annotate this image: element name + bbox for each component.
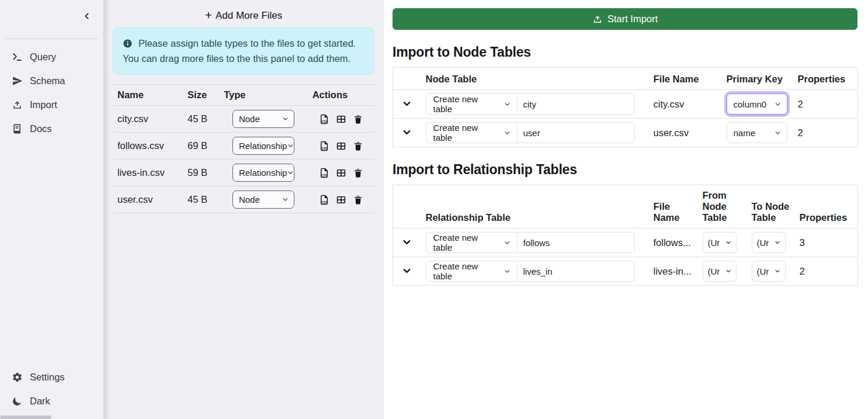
table-mode-select[interactable]: Create new table bbox=[426, 122, 518, 143]
preview-table-icon[interactable] bbox=[336, 141, 346, 151]
expand-col-header bbox=[393, 68, 421, 90]
primary-key-select[interactable]: column0 bbox=[727, 94, 787, 115]
delete-file-icon[interactable] bbox=[353, 114, 363, 124]
gear-icon bbox=[12, 372, 23, 383]
start-import-label: Start Import bbox=[607, 13, 658, 25]
file-size: 45 B bbox=[183, 106, 219, 133]
chevron-down-icon bbox=[504, 239, 511, 247]
file-size: 59 B bbox=[183, 160, 219, 186]
preview-table-icon[interactable] bbox=[336, 195, 346, 205]
chevron-left-icon bbox=[82, 11, 92, 21]
node-import-row-user: Create new table user.csv name 2 bbox=[393, 119, 858, 147]
file-name: user.csv bbox=[113, 186, 183, 213]
sidebar-item-dark-mode[interactable]: Dark bbox=[0, 389, 103, 413]
file-type-select[interactable]: Node bbox=[232, 110, 294, 128]
info-alert: Please assign table types to the files t… bbox=[113, 27, 374, 75]
from-node-value: (Ur bbox=[708, 238, 720, 248]
from-node-col: From Node Table bbox=[698, 185, 747, 228]
file-name-cell: lives-in... bbox=[649, 257, 698, 286]
delete-file-icon[interactable] bbox=[353, 141, 363, 151]
sidebar-item-label: Dark bbox=[30, 396, 50, 407]
preview-table-icon[interactable] bbox=[336, 168, 346, 178]
table-mode-value: Create new table bbox=[433, 94, 499, 114]
table-mode-select[interactable]: Create new table bbox=[426, 94, 518, 115]
properties-col: Properties bbox=[793, 68, 858, 90]
chevron-down-icon bbox=[287, 142, 294, 150]
chevron-down-icon bbox=[725, 239, 732, 246]
table-mode-value: Create new table bbox=[433, 123, 499, 143]
preview-table-icon[interactable] bbox=[336, 114, 346, 124]
properties-count: 2 bbox=[793, 90, 858, 119]
collapse-sidebar-button[interactable] bbox=[82, 11, 92, 21]
table-name-input[interactable] bbox=[518, 122, 635, 143]
table-name-input[interactable] bbox=[518, 232, 635, 253]
view-csv-icon[interactable]: CSV bbox=[319, 114, 329, 124]
table-mode-value: Create new table bbox=[433, 261, 499, 281]
upload-icon bbox=[12, 99, 23, 110]
sidebar-item-label: Settings bbox=[30, 372, 65, 383]
file-name: city.csv bbox=[113, 106, 183, 133]
sidebar-item-label: Schema bbox=[30, 75, 65, 86]
file-type-select[interactable]: Relationship bbox=[232, 164, 294, 182]
properties-col: Properties bbox=[795, 185, 858, 228]
chevron-down-icon bbox=[282, 115, 289, 123]
primary-key-value: column0 bbox=[734, 99, 767, 109]
file-type-value: Relationship bbox=[239, 141, 287, 151]
table-name-input[interactable] bbox=[518, 261, 635, 282]
view-csv-icon[interactable]: CSV bbox=[319, 168, 329, 178]
sidebar-divider bbox=[6, 39, 98, 39]
expand-row-button[interactable] bbox=[400, 264, 414, 278]
sidebar-footer: Settings Dark bbox=[0, 365, 103, 419]
file-row-user: user.csv 45 B Node CSV bbox=[113, 186, 374, 213]
file-name: follows.csv bbox=[113, 133, 183, 160]
file-name-cell: follows... bbox=[649, 228, 698, 257]
table-mode-select[interactable]: Create new table bbox=[426, 261, 518, 282]
node-table-col: Node Table bbox=[421, 68, 649, 90]
primary-key-select[interactable]: name bbox=[727, 122, 787, 143]
chevron-down-icon bbox=[774, 268, 781, 275]
from-node-select[interactable]: (Ur bbox=[703, 232, 737, 253]
properties-count: 3 bbox=[795, 228, 858, 257]
sidebar-item-query[interactable]: Query bbox=[0, 45, 103, 69]
delete-file-icon[interactable] bbox=[353, 168, 363, 178]
file-type-value: Relationship bbox=[239, 168, 287, 178]
start-import-button[interactable]: Start Import bbox=[393, 8, 857, 30]
sidebar: Query Schema Import Docs Settings bbox=[0, 0, 103, 419]
table-name-input[interactable] bbox=[518, 94, 635, 115]
sidebar-item-settings[interactable]: Settings bbox=[0, 365, 103, 389]
sidebar-item-schema[interactable]: Schema bbox=[0, 69, 103, 93]
plus-icon: + bbox=[205, 9, 212, 21]
to-node-select[interactable]: (Ur bbox=[752, 232, 786, 253]
book-icon bbox=[12, 123, 23, 134]
expand-row-button[interactable] bbox=[400, 236, 414, 249]
chevron-down-icon bbox=[504, 268, 511, 275]
moon-icon bbox=[12, 396, 23, 407]
import-panel: Start Import Import to Node Tables Node … bbox=[384, 0, 868, 419]
file-type-value: Node bbox=[239, 114, 260, 124]
to-node-value: (Ur bbox=[757, 238, 769, 248]
to-node-select[interactable]: (Ur bbox=[752, 261, 786, 282]
add-more-files-button[interactable]: + Add More Files bbox=[113, 6, 374, 27]
file-type-select[interactable]: Node bbox=[232, 191, 294, 209]
expand-row-button[interactable] bbox=[400, 126, 414, 139]
add-more-files-label: Add More Files bbox=[216, 10, 282, 22]
primary-key-col: Primary Key bbox=[722, 68, 793, 90]
from-node-select[interactable]: (Ur bbox=[703, 261, 737, 282]
upload-icon bbox=[592, 14, 603, 25]
sidebar-item-docs[interactable]: Docs bbox=[0, 117, 103, 141]
sidebar-item-import[interactable]: Import bbox=[0, 93, 103, 117]
files-col-name: Name bbox=[113, 85, 183, 106]
delete-file-icon[interactable] bbox=[353, 195, 363, 205]
chevron-down-icon bbox=[504, 101, 511, 108]
view-csv-icon[interactable]: CSV bbox=[319, 195, 329, 205]
sidebar-nav: Query Schema Import Docs bbox=[0, 45, 103, 141]
horizontal-scrollbar[interactable] bbox=[0, 415, 51, 419]
file-type-select[interactable]: Relationship bbox=[232, 137, 294, 155]
table-mode-select[interactable]: Create new table bbox=[426, 232, 518, 253]
info-icon bbox=[123, 39, 133, 49]
file-name-col: File Name bbox=[649, 68, 722, 90]
node-import-row-city: Create new table city.csv column0 2 bbox=[393, 90, 858, 119]
view-csv-icon[interactable]: CSV bbox=[319, 141, 329, 151]
sidebar-item-label: Import bbox=[30, 99, 57, 110]
expand-row-button[interactable] bbox=[400, 97, 414, 110]
